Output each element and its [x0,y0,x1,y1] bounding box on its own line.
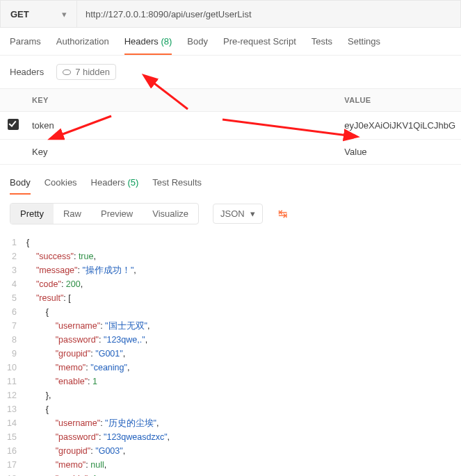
headers-subheader: Headers 7 hidden [0,56,461,88]
hidden-headers-pill[interactable]: 7 hidden [56,64,116,80]
tab-tests[interactable]: Tests [312,36,332,55]
tab-settings[interactable]: Settings [348,36,380,55]
chevron-down-icon: ▾ [62,9,67,19]
row-checkbox-empty [0,140,26,165]
chevron-down-icon: ▾ [250,208,255,219]
method-selector[interactable]: GET ▾ [1,1,77,27]
resp-tab-cookies[interactable]: Cookies [45,177,77,195]
headers-title: Headers [10,67,44,77]
header-row-empty: Key Value [0,140,461,165]
header-value-placeholder[interactable]: Value [339,140,461,165]
check-col-head [0,89,26,112]
method-value: GET [10,9,29,19]
request-bar: GET ▾ http://127.0.0.1:8090/api/user/get… [0,0,461,28]
view-mode-segment: Pretty Raw Preview Visualize [10,203,199,224]
resp-tab-testresults[interactable]: Test Results [152,177,202,195]
eye-icon [63,69,71,75]
tab-prerequest[interactable]: Pre-request Script [223,36,296,55]
tab-authorization[interactable]: Authorization [56,36,109,55]
url-input[interactable]: http://127.0.0.1:8090/api/user/getUserLi… [77,1,460,27]
header-key-cell[interactable]: token [26,112,339,140]
url-text: http://127.0.0.1:8090/api/user/getUserLi… [86,9,252,19]
format-selector[interactable]: JSON ▾ [213,204,263,224]
view-raw[interactable]: Raw [54,204,91,224]
header-row: token eyJ0eXAiOiJKV1QiLCJhbG [0,112,461,140]
header-key-placeholder[interactable]: Key [26,140,339,165]
headers-table: KEY VALUE token eyJ0eXAiOiJKV1QiLCJhbG K… [0,88,461,165]
response-toolbar: Pretty Raw Preview Visualize JSON ▾ ↹ [0,195,461,233]
view-preview[interactable]: Preview [91,204,143,224]
header-value-cell[interactable]: eyJ0eXAiOiJKV1QiLCJhbG [339,112,461,140]
checkmark-icon [8,119,19,130]
format-label: JSON [220,208,245,219]
tab-headers-label: Headers [124,36,159,47]
row-checkbox[interactable] [0,112,26,140]
response-tabs: Body Cookies Headers (5) Test Results [0,166,461,195]
value-col-head: VALUE [339,89,461,112]
key-col-head: KEY [26,89,339,112]
hidden-count: 7 hidden [75,67,110,77]
resp-tab-headers[interactable]: Headers (5) [91,177,139,195]
request-tabs: Params Authorization Headers (8) Body Pr… [0,28,461,56]
view-visualize[interactable]: Visualize [143,204,198,224]
response-body[interactable]: 1{2 "success": true,3 "message": "操作成功！"… [0,233,461,476]
tab-body[interactable]: Body [187,36,208,55]
resp-tab-headers-cnt: (5) [127,177,138,188]
tab-headers-count: (8) [161,36,172,47]
tab-headers[interactable]: Headers (8) [124,36,172,55]
wrap-icon[interactable]: ↹ [278,207,287,220]
tab-params[interactable]: Params [10,36,41,55]
view-pretty[interactable]: Pretty [10,204,54,224]
resp-tab-body[interactable]: Body [10,177,31,195]
resp-tab-headers-label: Headers [91,177,125,188]
